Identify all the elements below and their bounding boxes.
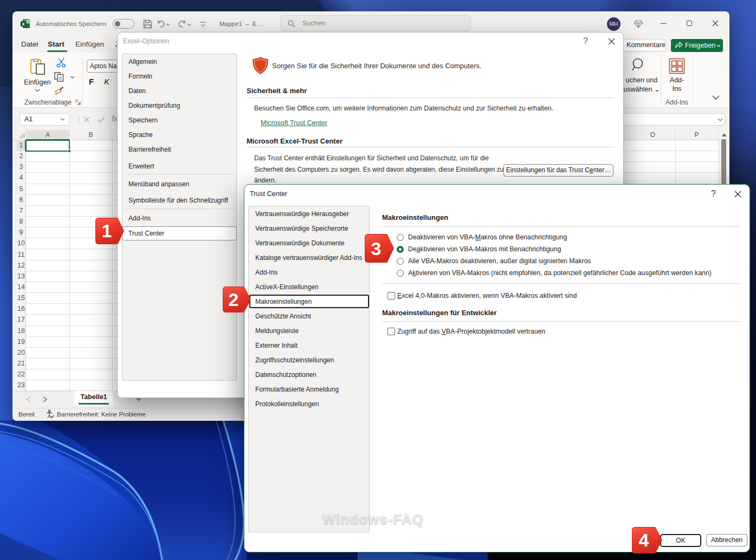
svg-text:4: 4 <box>639 530 649 550</box>
svg-text:2: 2 <box>229 289 239 310</box>
svg-text:1: 1 <box>102 220 112 241</box>
svg-text:3: 3 <box>371 238 382 259</box>
svg-text:x: x <box>22 21 24 27</box>
